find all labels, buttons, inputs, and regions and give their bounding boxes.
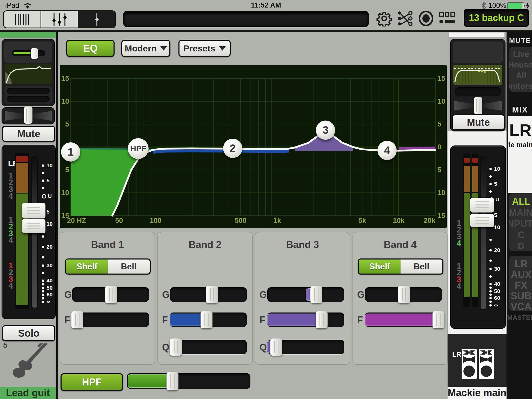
svg-text:5: 5	[437, 166, 441, 174]
settings-gear-icon[interactable]	[376, 10, 392, 28]
eq-enable-button[interactable]: EQ	[66, 40, 115, 57]
geq-preview[interactable]	[453, 65, 502, 85]
eq-preview[interactable]	[5, 64, 52, 84]
master-output-panel: LR	[448, 334, 507, 387]
fader-scale-mark	[489, 174, 508, 179]
slider-handle[interactable]	[105, 286, 117, 303]
band3-gain-slider[interactable]	[267, 287, 344, 302]
dynamics-preview[interactable]	[5, 86, 52, 104]
mute-group-all[interactable]: All	[509, 71, 532, 80]
eq-mode-dropdown[interactable]: Modern	[121, 40, 170, 57]
masters-group-vca[interactable]: VCA	[509, 301, 532, 312]
fader-scale-mark	[489, 237, 508, 242]
channel-name[interactable]: Lead guit	[0, 387, 56, 399]
master-fader-app: iPad 11:52 AM 100% 13 backup C	[0, 0, 532, 399]
slider-handle[interactable]	[433, 311, 444, 328]
band4-shelf-bell-toggle[interactable]: ShelfBell	[358, 258, 443, 275]
slider-handle[interactable]	[316, 311, 328, 328]
slider-handle[interactable]	[310, 286, 322, 303]
band3-f-label: F	[260, 315, 265, 325]
solo-button[interactable]: Solo	[2, 325, 55, 341]
eq-band-ball-hpf[interactable]: HPF	[128, 138, 149, 159]
band2-q-slider[interactable]	[170, 340, 247, 354]
master-color-bar	[449, 32, 504, 37]
mix-header: MIX	[507, 105, 532, 115]
svg-text:15: 15	[437, 75, 445, 82]
master-pan-handle[interactable]	[474, 97, 482, 114]
mute-group-monitors[interactable]: Monitors	[509, 82, 532, 91]
level-meter	[463, 154, 470, 307]
mute-button[interactable]: Mute	[2, 126, 55, 142]
eq-band-ball-3[interactable]: 3	[316, 121, 335, 140]
svg-text:10: 10	[61, 97, 69, 105]
presets-dropdown[interactable]: Presets	[178, 40, 231, 57]
master-pan-control[interactable]	[453, 99, 503, 113]
band1-shelf-bell-toggle[interactable]: ShelfBell	[65, 258, 151, 275]
band-title: Band 4	[353, 239, 447, 250]
channel-view-icon[interactable]	[78, 11, 115, 28]
selected-mix-panel[interactable]: LR Mackie main	[508, 116, 532, 193]
pan-control[interactable]	[2, 107, 55, 124]
band4-gain-slider[interactable]	[365, 287, 442, 302]
masters-group-lr[interactable]: LR	[509, 258, 532, 270]
fader-scale-mark: 5	[489, 181, 508, 187]
view-group-all[interactable]: ALL	[509, 196, 532, 207]
hpf-frequency-slider[interactable]	[127, 373, 250, 389]
slider-handle[interactable]	[398, 286, 410, 303]
band1-g-label: G	[64, 289, 72, 300]
output-bus-label: LR	[452, 350, 461, 358]
mute-group-house[interactable]: House	[509, 60, 532, 70]
gain-handle[interactable]	[31, 48, 38, 59]
toggle-option-shelf[interactable]: Shelf	[359, 260, 401, 274]
transport-display[interactable]	[123, 11, 369, 27]
toggle-option-bell[interactable]: Bell	[108, 260, 150, 274]
slider-handle[interactable]	[170, 338, 182, 356]
master-blank-preview[interactable]	[453, 42, 503, 63]
master-name[interactable]: Mackie main	[448, 387, 507, 399]
slider-handle[interactable]	[270, 338, 282, 356]
view-group-main[interactable]: MAIN	[509, 207, 532, 218]
routing-icon[interactable]	[397, 11, 413, 27]
eq-graph[interactable]: 15105510151510505101520 HZ501005001k5k10…	[60, 65, 447, 228]
view-group-c[interactable]: C	[509, 230, 532, 241]
svg-text:20 HZ: 20 HZ	[67, 217, 86, 224]
slider-handle[interactable]	[201, 311, 212, 328]
eq-band-ball-2[interactable]: 2	[223, 139, 242, 158]
master-mute-button[interactable]: Mute	[452, 114, 505, 130]
slider-handle[interactable]	[71, 311, 83, 328]
master-geq-slider[interactable]	[455, 87, 501, 96]
hpf-slider-handle[interactable]	[167, 372, 178, 390]
toggle-option-bell[interactable]: Bell	[401, 260, 442, 274]
band4-freq-slider[interactable]	[365, 312, 442, 327]
svg-text:5: 5	[65, 166, 69, 174]
toggle-option-shelf[interactable]: Shelf	[66, 260, 108, 274]
eq-band-ball-1[interactable]: 1	[61, 142, 80, 162]
record-icon[interactable]	[418, 11, 434, 27]
show-snapshot-button[interactable]: 13 backup C	[464, 9, 529, 27]
slider-handle[interactable]	[206, 286, 218, 303]
band2-gain-slider[interactable]	[170, 287, 247, 302]
speakers-icon	[461, 348, 494, 381]
masters-group-fx[interactable]: FX	[509, 280, 532, 291]
band4-g-label: G	[357, 289, 364, 300]
layout-icon[interactable]	[438, 11, 456, 26]
mix-selector-column: MUTE LiveHouseAllMonitors MIX LR Mackie …	[507, 32, 532, 399]
band3-freq-slider[interactable]	[267, 312, 344, 327]
masters-group-aux[interactable]: AUX	[509, 269, 532, 280]
view-group-input[interactable]: INPUT	[509, 218, 532, 229]
fader-track[interactable]	[480, 156, 486, 310]
view-group-d[interactable]: D	[509, 241, 532, 252]
eq-band-ball-4[interactable]: 4	[377, 141, 397, 160]
gain-preview[interactable]	[4, 42, 52, 63]
band3-q-slider[interactable]	[267, 340, 344, 354]
mute-group-live[interactable]: Live	[509, 50, 532, 59]
band1-freq-slider[interactable]	[72, 312, 149, 327]
band2-freq-slider[interactable]	[170, 312, 247, 327]
hpf-enable-button[interactable]: HPF	[61, 373, 123, 391]
pan-handle[interactable]	[24, 107, 32, 124]
mixer-view-icon[interactable]	[4, 11, 41, 28]
faders-view-icon[interactable]	[41, 11, 79, 28]
band1-gain-slider[interactable]	[72, 287, 149, 302]
band3-g-label: G	[260, 289, 267, 300]
masters-group-sub[interactable]: SUB	[509, 290, 532, 302]
